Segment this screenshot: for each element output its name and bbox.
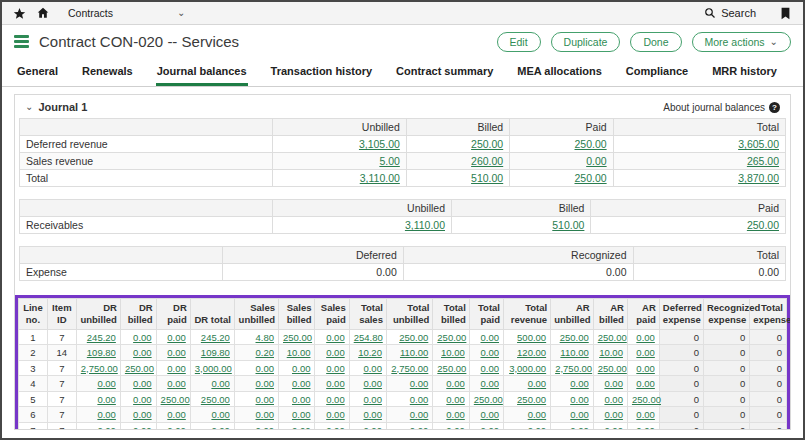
amount-link[interactable]: 245.20 [87,332,116,343]
amount-link[interactable]: 0.00 [570,378,589,389]
amount-link[interactable]: 2,750.00 [555,363,592,374]
amount-link[interactable]: 250.00 [437,363,466,374]
amount-link[interactable]: 250.00 [747,219,779,231]
amount-link[interactable]: 109.80 [87,347,116,358]
done-button[interactable]: Done [630,32,681,52]
amount-link[interactable]: 250.00 [575,138,607,150]
amount-link[interactable]: 10.00 [287,347,311,358]
amount-link[interactable]: 0.00 [481,363,500,374]
amount-link[interactable]: 0.00 [363,409,382,420]
tab-contract-summary[interactable]: Contract summary [395,58,494,86]
amount-link[interactable]: 0.00 [636,332,655,343]
amount-link[interactable]: 0.00 [211,409,230,420]
amount-link[interactable]: 250.00 [437,332,466,343]
amount-link[interactable]: 0.00 [481,378,500,389]
amount-link[interactable]: 0.00 [167,347,186,358]
amount-link[interactable]: 0.00 [481,425,500,431]
amount-link[interactable]: 0.00 [410,409,429,420]
amount-link[interactable]: 0.00 [326,363,345,374]
duplicate-button[interactable]: Duplicate [551,32,621,52]
amount-link[interactable]: 0.00 [292,394,311,405]
amount-link[interactable]: 0.00 [446,378,465,389]
amount-link[interactable]: 0.00 [326,378,345,389]
about-journal-balances-link[interactable]: About journal balances ? [663,102,780,113]
amount-link[interactable]: 0.00 [410,425,429,431]
amount-link[interactable]: 250.00 [283,332,312,343]
amount-link[interactable]: 3,605.00 [738,138,779,150]
amount-link[interactable]: 0.00 [446,425,465,431]
tab-mrr-history[interactable]: MRR history [711,58,778,86]
more-actions-button[interactable]: More actions⌄ [692,32,792,52]
amount-link[interactable]: 0.00 [97,425,116,431]
tab-journal-balances[interactable]: Journal balances [156,58,248,86]
amount-link[interactable]: 110.00 [560,347,588,358]
amount-link[interactable]: 0.00 [133,394,152,405]
amount-link[interactable]: 0.00 [133,378,152,389]
amount-link[interactable]: 0.00 [410,378,429,389]
amount-link[interactable]: 250.00 [575,172,607,184]
amount-link[interactable]: 0.00 [446,394,465,405]
amount-link[interactable]: 250.00 [161,394,190,405]
contracts-dropdown[interactable]: Contracts ⌄ [68,7,185,19]
amount-link[interactable]: 109.80 [201,347,230,358]
amount-link[interactable]: 0.00 [570,394,589,405]
amount-link[interactable]: 250.00 [598,363,627,374]
amount-link[interactable]: 0.00 [326,394,345,405]
amount-link[interactable]: 0.00 [363,363,382,374]
amount-link[interactable]: 0.00 [326,425,345,431]
amount-link[interactable]: 265.00 [747,155,779,167]
collapse-chevron-icon[interactable]: ⌄ [25,104,33,110]
amount-link[interactable]: 0.00 [167,378,186,389]
amount-link[interactable]: 110.00 [400,347,428,358]
amount-link[interactable]: 0.00 [528,425,547,431]
amount-link[interactable]: 0.00 [528,378,547,389]
amount-link[interactable]: 0.00 [97,409,116,420]
amount-link[interactable]: 250.00 [474,394,503,405]
amount-link[interactable]: 250.00 [399,332,428,343]
amount-link[interactable]: 0.00 [636,378,655,389]
amount-link[interactable]: 3,000.00 [195,363,232,374]
amount-link[interactable]: 2,750.00 [81,363,118,374]
amount-link[interactable]: 10.00 [599,347,623,358]
amount-link[interactable]: 3,000.00 [509,363,546,374]
amount-link[interactable]: 3,870.00 [738,172,779,184]
amount-link[interactable]: 4.80 [256,332,275,343]
amount-link[interactable]: 250.00 [560,332,589,343]
amount-link[interactable]: 0.00 [570,425,589,431]
amount-link[interactable]: 0.00 [586,155,606,167]
amount-link[interactable]: 0.00 [292,425,311,431]
amount-link[interactable]: 3,105.00 [359,138,400,150]
amount-link[interactable]: 0.00 [167,425,186,431]
tab-compliance[interactable]: Compliance [625,58,689,86]
amount-link[interactable]: 2,750.00 [391,363,428,374]
amount-link[interactable]: 0.00 [446,409,465,420]
amount-link[interactable]: 0.00 [211,378,230,389]
amount-link[interactable]: 0.00 [133,347,152,358]
amount-link[interactable]: 0.00 [481,409,500,420]
amount-link[interactable]: 0.00 [167,332,186,343]
amount-link[interactable]: 250.00 [517,394,546,405]
amount-link[interactable]: 0.00 [604,425,623,431]
amount-link[interactable]: 0.00 [410,394,429,405]
amount-link[interactable]: 0.00 [133,425,152,431]
amount-link[interactable]: 0.00 [167,363,186,374]
amount-link[interactable]: 500.00 [517,332,546,343]
amount-link[interactable]: 0.00 [363,378,382,389]
amount-link[interactable]: 0.00 [636,409,655,420]
tab-mea-allocations[interactable]: MEA allocations [516,58,603,86]
journal-title[interactable]: Journal 1 [38,101,663,113]
star-icon[interactable] [12,6,27,21]
amount-link[interactable]: 0.00 [481,332,500,343]
amount-link[interactable]: 3,110.00 [405,219,445,231]
amount-link[interactable]: 254.80 [354,332,383,343]
tab-general[interactable]: General [16,58,59,86]
amount-link[interactable]: 250.00 [598,332,627,343]
amount-link[interactable]: 0.00 [256,378,275,389]
amount-link[interactable]: 0.00 [256,409,275,420]
amount-link[interactable]: 250.00 [632,394,661,405]
amount-link[interactable]: 0.00 [636,347,655,358]
amount-link[interactable]: 0.00 [636,425,655,431]
amount-link[interactable]: 0.00 [326,347,345,358]
amount-link[interactable]: 0.00 [256,363,275,374]
amount-link[interactable]: 0.00 [97,378,116,389]
